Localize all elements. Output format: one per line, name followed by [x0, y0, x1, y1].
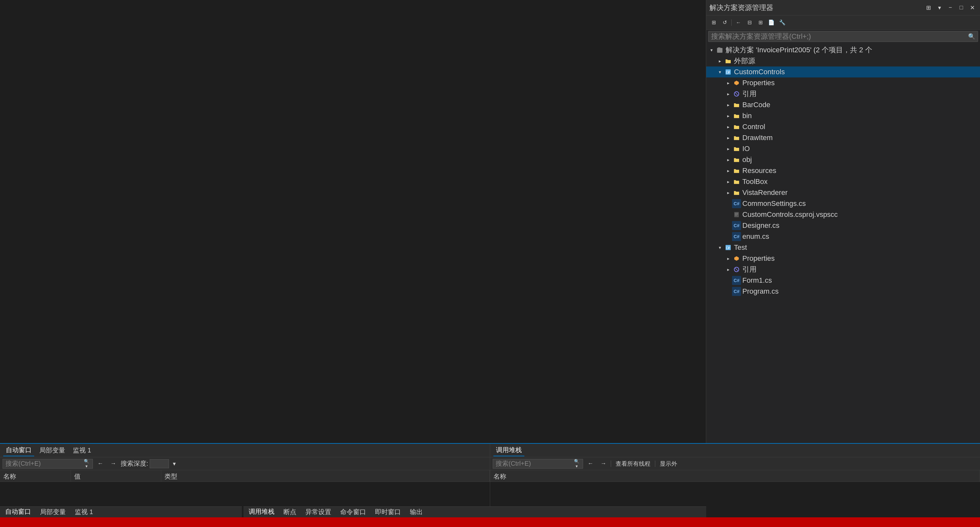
- auto-search-btn[interactable]: 🔍▾: [83, 459, 90, 469]
- new-solution-btn[interactable]: ⊞: [709, 18, 719, 27]
- expand-arrow-io[interactable]: [724, 145, 732, 153]
- expand-arrow-vistarenderer[interactable]: [724, 189, 732, 196]
- show-files-btn[interactable]: 📄: [767, 18, 776, 27]
- expand-arrow-test_properties[interactable]: [724, 255, 732, 262]
- auto-fwd-btn[interactable]: →: [108, 459, 119, 468]
- collapse-btn[interactable]: ⊟: [745, 18, 754, 27]
- expand-arrow-resources[interactable]: [724, 167, 732, 175]
- expand-arrow-toolbox[interactable]: [724, 178, 732, 185]
- expand-arrow-solution[interactable]: [708, 46, 715, 54]
- tree-item-bin[interactable]: bin: [706, 110, 980, 121]
- svg-rect-1: [718, 48, 721, 49]
- expand-arrow-control[interactable]: [724, 123, 732, 131]
- item-icon-test_properties: [732, 254, 741, 263]
- search-btn[interactable]: 🔍: [968, 33, 975, 40]
- depth-input[interactable]: [150, 459, 169, 468]
- view-all-threads-btn[interactable]: 查看所有线程: [613, 459, 653, 469]
- props-btn[interactable]: ⊞: [756, 18, 765, 27]
- tree-item-drawitem[interactable]: DrawItem: [706, 132, 980, 143]
- search-bar: 🔍: [708, 31, 978, 42]
- tree-item-vistarenderer[interactable]: VistaRenderer: [706, 187, 980, 198]
- item-icon-test_references: [732, 265, 741, 274]
- svg-line-13: [735, 268, 738, 271]
- item-icon-toolbox: [732, 177, 741, 186]
- expand-arrow-properties[interactable]: [724, 79, 732, 87]
- tab-breakpoints-bottom[interactable]: 断点: [281, 506, 299, 517]
- tab-exceptions-bottom[interactable]: 异常设置: [303, 506, 334, 517]
- item-icon-vistarenderer: [732, 188, 741, 197]
- show-external-btn[interactable]: 显示外: [657, 459, 680, 469]
- cs-fwd-btn[interactable]: →: [598, 459, 609, 468]
- expand-arrow-bin[interactable]: [724, 112, 732, 120]
- filter-btn[interactable]: 🔧: [778, 18, 787, 27]
- item-icon-obj: [732, 155, 741, 164]
- tab-local-vars[interactable]: 局部变量: [37, 445, 68, 456]
- expand-arrow-obj[interactable]: [724, 156, 732, 164]
- tree-item-references[interactable]: 引用: [706, 88, 980, 99]
- tree-item-customcontrols[interactable]: C#CustomControls: [706, 67, 980, 77]
- callstack-toolbar: 🔍▾ ← → 查看所有线程 显示外: [490, 457, 980, 470]
- tree-item-barcode[interactable]: BarCode: [706, 99, 980, 110]
- item-icon-customcontrols_proj: [732, 210, 741, 219]
- tree-item-test_references[interactable]: 引用: [706, 264, 980, 275]
- tree-item-commonsettings[interactable]: C#CommonSettings.cs: [706, 198, 980, 209]
- expand-arrow-designer[interactable]: [724, 222, 732, 230]
- close-button[interactable]: ✕: [968, 3, 977, 12]
- expand-arrow-test[interactable]: [716, 244, 724, 251]
- callstack-search-input[interactable]: [496, 460, 573, 467]
- tab-output-bottom[interactable]: 输出: [407, 506, 425, 517]
- tab-auto-window[interactable]: 自动窗口: [3, 444, 34, 456]
- expand-arrow-customcontrols_proj[interactable]: [724, 211, 732, 219]
- expand-arrow-external[interactable]: [716, 57, 724, 65]
- item-label-io: IO: [742, 145, 750, 153]
- tab-watch-bottom[interactable]: 监视 1: [72, 506, 96, 517]
- tree-item-designer[interactable]: C#Designer.cs: [706, 220, 980, 231]
- tree-item-external[interactable]: 外部源: [706, 56, 980, 67]
- expand-arrow-enum[interactable]: [724, 233, 732, 240]
- auto-back-btn[interactable]: ←: [95, 459, 106, 468]
- tree-item-enum[interactable]: C#enum.cs: [706, 231, 980, 242]
- maximize-button[interactable]: □: [957, 3, 966, 12]
- tree-item-customcontrols_proj[interactable]: CustomControls.csproj.vspscc: [706, 209, 980, 220]
- expand-arrow-test_references[interactable]: [724, 266, 732, 273]
- tab-immediate-bottom[interactable]: 即时窗口: [372, 506, 403, 517]
- tree-item-control[interactable]: Control: [706, 121, 980, 132]
- expand-arrow-form1[interactable]: [724, 276, 732, 284]
- depth-dropdown[interactable]: ▾: [170, 459, 178, 468]
- callstack-search-btn[interactable]: 🔍▾: [573, 459, 580, 469]
- tree-item-obj[interactable]: obj: [706, 154, 980, 165]
- expand-arrow-commonsettings[interactable]: [724, 200, 732, 208]
- auto-search-input[interactable]: [5, 460, 83, 467]
- tree-item-properties[interactable]: Properties: [706, 77, 980, 88]
- item-icon-properties: [732, 78, 741, 88]
- item-icon-form1: C#: [732, 276, 741, 285]
- tab-watch1[interactable]: 监视 1: [70, 445, 94, 456]
- minimize-button[interactable]: −: [946, 3, 955, 12]
- expand-arrow-customcontrols[interactable]: [716, 68, 724, 76]
- tab-callstack[interactable]: 调用堆栈: [493, 444, 524, 456]
- tab-command-bottom[interactable]: 命令窗口: [337, 506, 369, 517]
- tree-item-test_properties[interactable]: Properties: [706, 253, 980, 264]
- tab-locals-bottom[interactable]: 局部变量: [37, 506, 68, 517]
- cs-back-btn[interactable]: ←: [585, 459, 596, 468]
- search-input[interactable]: [711, 32, 968, 41]
- expand-arrow-drawitem[interactable]: [724, 134, 732, 142]
- auto-window-toolbar: 🔍▾ ← → 搜索深度: ▾: [0, 457, 490, 470]
- expand-arrow-barcode[interactable]: [724, 101, 732, 109]
- expand-arrow-program[interactable]: [724, 287, 732, 295]
- refresh-btn[interactable]: ↺: [720, 18, 729, 27]
- tree-item-io[interactable]: IO: [706, 143, 980, 154]
- back-btn[interactable]: ←: [733, 18, 743, 27]
- tree-item-resources[interactable]: Resources: [706, 165, 980, 176]
- pin-button[interactable]: ⊞: [924, 3, 933, 12]
- tab-auto-window-bottom[interactable]: 自动窗口: [3, 506, 33, 518]
- item-label-toolbox: ToolBox: [742, 177, 767, 186]
- tree-item-form1[interactable]: C#Form1.cs: [706, 275, 980, 286]
- tab-callstack-bottom[interactable]: 调用堆栈: [246, 506, 277, 518]
- dropdown-button[interactable]: ▾: [935, 3, 944, 12]
- tree-item-test[interactable]: C#Test: [706, 242, 980, 253]
- expand-arrow-references[interactable]: [724, 90, 732, 98]
- tree-item-toolbox[interactable]: ToolBox: [706, 176, 980, 187]
- tree-item-program[interactable]: C#Program.cs: [706, 286, 980, 297]
- tree-item-solution[interactable]: 解决方案 'InvoicePrint2005' (2 个项目，共 2 个: [706, 45, 980, 56]
